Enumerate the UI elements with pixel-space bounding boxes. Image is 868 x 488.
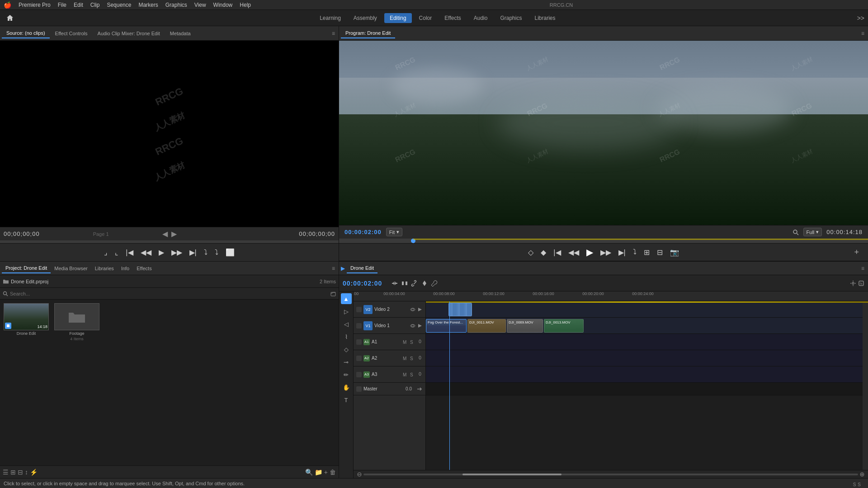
clip-dji-0069[interactable]: DJI_0069.MOV [507,319,543,333]
tab-effects[interactable]: Effects [439,13,466,23]
timeline-scrollbar[interactable] [863,301,868,470]
clip-fog-forest[interactable]: Fog Over the Forest... [426,319,467,333]
tab-effects-proj[interactable]: Effects [133,264,155,273]
a1-solo[interactable]: S [410,339,415,345]
a2-mic[interactable] [417,356,423,361]
tool-rolling[interactable]: ⌇ [341,331,352,342]
tab-color[interactable]: Color [414,13,438,23]
a2-mute[interactable]: M [403,356,408,361]
menu-file[interactable]: File [58,2,66,8]
track-master[interactable] [426,383,868,395]
zoom-handle[interactable] [462,474,561,475]
workspace-more-button[interactable]: >> [857,14,864,22]
v1-toggle[interactable]: V1 [363,321,373,330]
tab-metadata[interactable]: Metadata [165,29,195,38]
a2-toggle[interactable]: A2 [363,355,370,361]
a3-lock[interactable] [356,372,362,377]
settings-icon[interactable] [850,280,856,286]
track-v2[interactable] [426,301,868,318]
tool-hand[interactable]: ✋ [341,382,352,393]
proj-search-btn[interactable]: 🔍 [305,469,313,476]
link-icon[interactable] [411,280,418,287]
source-btn-goto-out[interactable]: ▶| [188,246,198,258]
tab-libraries-proj[interactable]: Libraries [91,264,118,273]
source-btn-overwrite[interactable]: ⤵ [213,247,220,258]
a3-solo[interactable]: S [410,372,415,377]
source-panel-menu[interactable]: ≡ [330,30,337,37]
apple-menu[interactable]: 🍎 [4,1,11,9]
a3-mic[interactable] [417,372,423,377]
source-btn-goto-in[interactable]: |◀ [124,246,135,258]
magnifier-icon[interactable] [793,229,799,235]
clip-dji-0013[interactable]: DJI_0013.MOV [544,319,584,333]
source-btn-stop[interactable]: ▶ [157,246,166,258]
tool-razor[interactable]: ◇ [341,344,352,355]
new-folder-icon[interactable] [330,291,336,296]
v1-lock[interactable] [356,323,362,328]
marker-icon[interactable] [421,280,428,287]
proj-new-bin[interactable]: 📁 [315,469,322,476]
menu-graphics[interactable]: Graphics [165,2,187,8]
tab-program[interactable]: Program: Drone Edit [341,28,395,38]
source-btn-insert[interactable]: ⤵ [202,247,209,258]
v2-solo[interactable] [417,307,423,312]
program-scrub-bar[interactable] [339,239,868,243]
prog-btn-loop[interactable]: ⤵ [631,246,638,258]
tab-media-browser[interactable]: Media Browser [51,264,91,273]
tab-libraries[interactable]: Libraries [529,13,561,23]
zoom-in-icon[interactable] [860,472,864,477]
track-v1[interactable]: Fog Over the Forest... DJI_0011.MOV DJI_… [426,318,868,334]
snap-icon[interactable] [391,280,398,287]
tab-editing[interactable]: Editing [384,13,412,23]
prog-btn-step-fwd[interactable]: ▶▶ [599,246,613,258]
track-a1[interactable] [426,334,868,350]
tab-source[interactable]: Source: (no clips) [2,28,50,38]
proj-delete[interactable]: 🗑 [330,469,336,476]
menu-view[interactable]: View [194,2,206,8]
source-btn-mark-in[interactable]: ⌟ [102,246,109,258]
a2-lock[interactable] [356,356,362,361]
tool-pen[interactable]: ✏ [341,369,352,380]
tab-info[interactable]: Info [118,264,133,273]
menu-edit[interactable]: Edit [74,2,83,8]
prog-btn-step-back[interactable]: ◀◀ [566,246,581,258]
prog-btn-output[interactable]: ⊟ [655,246,665,258]
prog-btn-play[interactable]: ▶ [585,245,595,259]
source-btn-export[interactable]: ⬜ [224,246,236,258]
proj-sort-icon[interactable]: ↕ [25,469,28,476]
prog-btn-export-frame[interactable]: 📷 [668,246,681,258]
a1-toggle[interactable]: A1 [363,339,370,345]
project-panel-menu[interactable]: ≡ [330,265,337,272]
a1-lock[interactable] [356,339,362,345]
tool-ripple[interactable]: ◁ [341,319,352,329]
prog-btn-goto-out[interactable]: ▶| [617,246,627,258]
fit-dropdown[interactable]: Fit ▾ [386,228,402,236]
program-panel-menu[interactable]: ≡ [859,30,866,37]
a2-solo[interactable]: S [410,356,415,361]
prog-btn-add-marker[interactable]: ◆ [539,246,548,258]
proj-freeform-view[interactable]: ⊟ [18,469,23,476]
prog-btn-goto-in[interactable]: |◀ [552,246,562,258]
source-btn-step-back[interactable]: ◀◀ [139,246,153,258]
tab-drone-edit[interactable]: Drone Edit [347,263,377,273]
prog-btn-safe-margins[interactable]: ⊞ [642,246,651,258]
source-page-prev[interactable]: ◀ [162,230,168,238]
proj-list-view[interactable]: ☰ [3,469,9,476]
tab-assembly[interactable]: Assembly [348,13,382,23]
timeline-panel-menu[interactable]: ≡ [859,265,866,272]
tab-graphics[interactable]: Graphics [495,13,527,23]
search-input[interactable] [10,291,329,296]
tab-project[interactable]: Project: Drone Edit [2,263,51,273]
proj-new-item[interactable]: + [324,469,328,476]
full-dropdown[interactable]: Full ▾ [803,228,822,236]
a3-mute[interactable]: M [403,372,408,377]
a1-mute[interactable]: M [403,339,408,345]
tab-learning[interactable]: Learning [314,13,346,23]
menu-premiere-pro[interactable]: Premiere Pro [19,2,51,8]
v2-eye[interactable] [410,307,415,312]
master-expand[interactable] [415,386,423,392]
timeline-expand-icon[interactable]: ▶ [341,265,345,272]
menu-help[interactable]: Help [240,2,251,8]
tab-audio-clip-mixer[interactable]: Audio Clip Mixer: Drone Edit [93,29,165,38]
add-media-button[interactable]: + [854,248,859,257]
